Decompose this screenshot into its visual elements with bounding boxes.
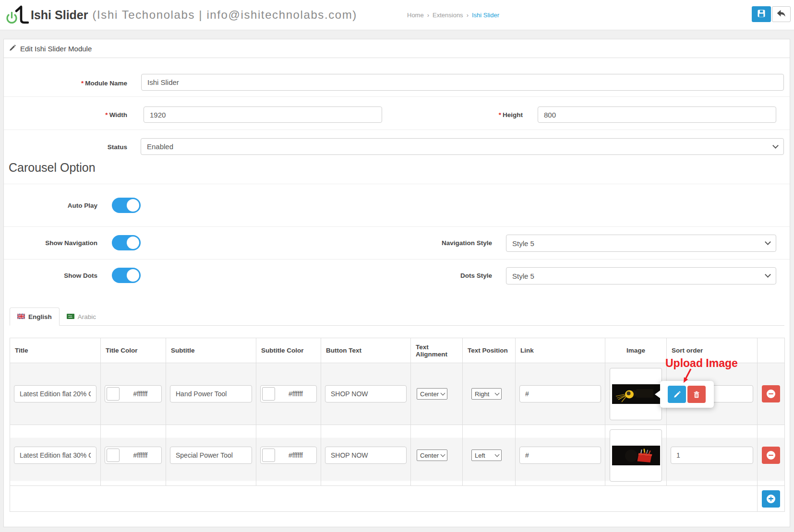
show-dots-label: Show Dots: [4, 272, 97, 280]
button-text-input[interactable]: [325, 447, 407, 464]
color-swatch[interactable]: [262, 387, 275, 401]
text-alignment-select[interactable]: Center: [417, 449, 447, 461]
language-tabs: English Arabic: [10, 307, 784, 326]
col-title: Title: [10, 338, 101, 363]
panel-heading-label: Edit Ishi Slider Module: [20, 45, 92, 53]
color-swatch[interactable]: [107, 387, 120, 401]
width-input[interactable]: [144, 106, 382, 123]
color-swatch[interactable]: [107, 449, 120, 462]
annotation-arrow: [672, 367, 694, 387]
top-header-bar: Ishi Slider (Ishi Techonolabs | info@ish…: [0, 0, 794, 30]
show-dots-toggle[interactable]: [112, 268, 141, 283]
col-actions: [758, 338, 785, 363]
dots-style-select[interactable]: Style 5: [506, 267, 776, 284]
slide-image-upload[interactable]: [610, 368, 662, 420]
breadcrumb-extensions[interactable]: Extensions: [433, 12, 463, 19]
slide-image-thumbnail: [612, 384, 660, 404]
ishi-logo: [5, 5, 29, 27]
breadcrumb: Home › Extensions › Ishi Slider: [407, 0, 499, 30]
link-input[interactable]: [519, 385, 601, 402]
subtitle-color-input[interactable]: #ffffff: [260, 385, 317, 402]
col-text-position: Text Position: [463, 338, 516, 363]
tab-english[interactable]: English: [10, 307, 60, 326]
module-name-input[interactable]: [141, 74, 784, 91]
title-input[interactable]: [14, 385, 96, 402]
height-label: *Height: [427, 111, 523, 119]
delete-image-button[interactable]: [687, 386, 706, 403]
status-label: Status: [4, 143, 127, 151]
col-button-text: Button Text: [321, 338, 411, 363]
status-select[interactable]: Enabled: [141, 138, 784, 155]
pencil-icon: [674, 391, 681, 398]
width-label: *Width: [4, 111, 127, 119]
col-subtitle-color: Subtitle Color: [256, 338, 321, 363]
col-subtitle: Subtitle: [166, 338, 256, 363]
link-input[interactable]: [519, 447, 601, 464]
plus-circle-icon: [767, 495, 775, 503]
sort-order-input[interactable]: [671, 447, 753, 464]
save-button[interactable]: [752, 6, 771, 22]
auto-play-label: Auto Play: [4, 201, 97, 210]
tab-arabic-label: Arabic: [78, 313, 96, 320]
trash-icon: [693, 391, 700, 398]
tab-arabic[interactable]: Arabic: [60, 307, 103, 326]
add-row-button[interactable]: [762, 490, 780, 508]
page-subtitle: (Ishi Techonolabs | info@ishitechnolabs.…: [92, 8, 357, 22]
breadcrumb-separator: ›: [427, 12, 429, 19]
upload-image-button[interactable]: [668, 386, 686, 403]
slide-image-upload[interactable]: [610, 429, 662, 482]
col-link: Link: [516, 338, 605, 363]
title-input[interactable]: [14, 447, 96, 464]
text-position-select[interactable]: Right: [471, 388, 502, 400]
carousel-option-heading: Carousel Option: [9, 161, 96, 175]
show-navigation-toggle[interactable]: [112, 235, 141, 250]
subtitle-input[interactable]: [170, 447, 252, 464]
panel-heading: Edit Ishi Slider Module: [4, 39, 790, 58]
subtitle-input[interactable]: [170, 385, 252, 402]
col-image: Image: [605, 338, 667, 363]
edit-module-panel: Edit Ishi Slider Module *Module Name *Wi…: [3, 39, 790, 527]
save-icon: [757, 9, 766, 20]
text-alignment-select[interactable]: Center: [417, 388, 447, 400]
title-color-input[interactable]: #ffffff: [105, 447, 162, 464]
auto-play-toggle[interactable]: [112, 198, 141, 213]
subtitle-color-input[interactable]: #ffffff: [260, 447, 317, 464]
pencil-icon: [9, 45, 16, 53]
navigation-style-select[interactable]: Style 5: [506, 235, 776, 252]
breadcrumb-separator: ›: [467, 12, 469, 19]
uk-flag-icon: [17, 313, 25, 320]
minus-circle-icon: [767, 390, 775, 398]
title-color-input[interactable]: #ffffff: [105, 385, 162, 402]
col-text-alignment: Text Alignment: [411, 338, 463, 363]
slide-image-thumbnail: [612, 446, 660, 465]
breadcrumb-home[interactable]: Home: [407, 12, 424, 19]
dots-style-label: Dots Style: [396, 272, 492, 280]
back-button[interactable]: [772, 6, 791, 22]
reply-arrow-icon: [776, 9, 786, 20]
breadcrumb-current[interactable]: Ishi Slider: [472, 12, 499, 19]
minus-circle-icon: [767, 451, 775, 460]
module-name-label: *Module Name: [4, 79, 127, 87]
page-title: Ishi Slider: [31, 8, 88, 22]
text-position-select[interactable]: Left: [471, 449, 502, 461]
navigation-style-label: Navigation Style: [396, 239, 492, 247]
remove-row-button[interactable]: [762, 385, 780, 402]
table-footer-row: [10, 486, 785, 512]
saudi-flag-icon: [67, 313, 74, 320]
color-swatch[interactable]: [262, 449, 275, 462]
show-navigation-label: Show Navigation: [4, 239, 97, 247]
height-input[interactable]: [538, 106, 776, 123]
button-text-input[interactable]: [325, 385, 407, 402]
col-title-color: Title Color: [101, 338, 166, 363]
remove-row-button[interactable]: [762, 447, 780, 464]
tab-english-label: English: [28, 313, 52, 320]
slide-row-2: #ffffff #ffffff Center: [10, 425, 785, 486]
